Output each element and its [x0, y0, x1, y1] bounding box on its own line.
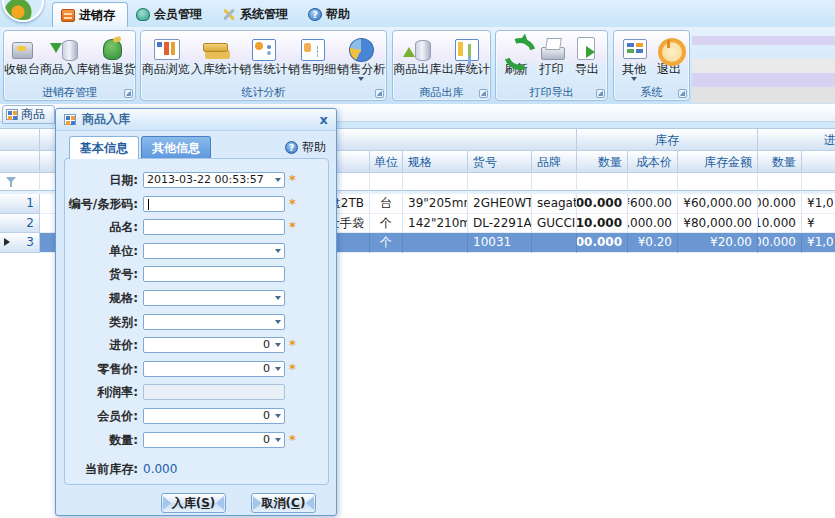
sales-detail-button[interactable]: 销售明细 [288, 33, 336, 76]
cell-amount[interactable]: ¥80,000.00 [678, 214, 758, 234]
filter-cell-qty2[interactable] [758, 173, 802, 191]
cell-sku[interactable]: 10031 [468, 233, 532, 253]
app-tab-member[interactable]: 会员管理 [128, 2, 214, 27]
app-tab-help[interactable]: 帮助 [300, 2, 362, 27]
col-header-spec[interactable]: 规格 [403, 151, 468, 173]
doc-tab-goods-stock[interactable]: 商品 [2, 105, 55, 124]
col-header-cut[interactable] [802, 151, 835, 173]
retail-price-field[interactable]: 0 [143, 361, 285, 377]
cell-cost[interactable]: ¥8,000.00 [628, 214, 678, 234]
cell-qty2[interactable]: 100.000 [758, 194, 802, 214]
app-tab-system[interactable]: 系统管理 [214, 2, 300, 27]
cell-brand[interactable]: GUCCI [532, 214, 577, 234]
chevron-down-icon[interactable] [275, 438, 281, 445]
code-field[interactable] [143, 196, 285, 212]
cell-qty[interactable]: 10.000 [577, 214, 628, 234]
chevron-down-icon[interactable] [275, 414, 281, 421]
unit-field[interactable] [143, 243, 285, 259]
name-field[interactable] [143, 219, 285, 235]
filter-row-header[interactable] [0, 173, 40, 191]
cell-qty[interactable]: 100.000 [577, 194, 628, 214]
col-header-cost[interactable]: 成本价 [628, 151, 678, 173]
quantity-field[interactable]: 0 [143, 432, 285, 448]
close-icon[interactable]: x [320, 113, 328, 127]
sales-analysis-button[interactable]: 销售分析 [337, 33, 385, 84]
stock-in-stats-button[interactable]: 入库统计 [191, 33, 239, 76]
col-header-sku[interactable]: 货号 [468, 151, 532, 173]
goods-stock-in-button[interactable]: 商品入库 [40, 33, 88, 76]
refresh-button[interactable]: 刷新 [501, 33, 531, 76]
app-tab-jxc[interactable]: 进销存 [52, 2, 128, 27]
filter-cell-cost[interactable] [628, 173, 678, 191]
exit-button[interactable]: 退出 [654, 33, 684, 76]
spec-field[interactable] [143, 290, 285, 306]
row-header[interactable]: 2 [0, 214, 40, 234]
tab-other-info[interactable]: 其他信息 [141, 136, 211, 159]
chevron-down-icon[interactable] [275, 320, 281, 327]
cell-sku[interactable]: DL-2291A [468, 214, 532, 234]
col-header-amount[interactable]: 库存金额 [678, 151, 758, 173]
chevron-down-icon[interactable] [275, 367, 281, 374]
cell-qty[interactable]: 100.000 [577, 233, 628, 253]
purchase-price-field[interactable]: 0 [143, 337, 285, 353]
stock-out-stats-button[interactable]: 出库统计 [442, 33, 490, 76]
cell-cost[interactable]: ¥0.20 [628, 233, 678, 253]
dialog-titlebar[interactable]: 商品入库 x [56, 109, 336, 131]
goods-browse-button[interactable]: 商品浏览 [142, 33, 190, 76]
cancel-button[interactable]: 取消(C) [251, 493, 316, 513]
filter-cell-qty[interactable] [577, 173, 628, 191]
row-header[interactable]: 1 [0, 194, 40, 214]
col-header-brand[interactable]: 品牌 [532, 151, 577, 173]
filter-cell-sku[interactable] [468, 173, 532, 191]
chevron-down-icon[interactable] [275, 249, 281, 256]
dialog-launcher-icon[interactable] [678, 89, 687, 98]
cell-spec[interactable] [403, 233, 468, 253]
cell-brand[interactable]: seagate [532, 194, 577, 214]
filter-cell-unit[interactable] [370, 173, 403, 191]
dialog-launcher-icon[interactable] [479, 89, 488, 98]
col-header-qty[interactable]: 数量 [577, 151, 628, 173]
cell-cut[interactable]: ¥1,0 [802, 233, 835, 253]
other-button[interactable]: 其他 [619, 33, 649, 84]
cell-spec[interactable]: 142"210mm [403, 214, 468, 234]
group-header-purchase[interactable]: 进 [758, 129, 835, 151]
cell-sku[interactable]: 2GHE0WTZ [468, 194, 532, 214]
cell-cost[interactable]: ¥600.00 [628, 194, 678, 214]
print-button[interactable]: 打印 [537, 33, 567, 76]
cell-cut[interactable]: ¥1,0 [802, 194, 835, 214]
cell-amount[interactable]: ¥60,000.00 [678, 194, 758, 214]
col-header-unit[interactable]: 单位 [370, 151, 403, 173]
filter-cell-brand[interactable] [532, 173, 577, 191]
cell-qty2[interactable]: 10.000 [758, 214, 802, 234]
cell-unit[interactable]: 台 [370, 194, 403, 214]
stock-in-button[interactable]: 入库(S) [161, 493, 226, 513]
row-header[interactable]: 3 [0, 233, 40, 253]
group-header-stock[interactable]: 库存 [577, 129, 758, 151]
dialog-launcher-icon[interactable] [124, 89, 133, 98]
dialog-launcher-icon[interactable] [375, 89, 384, 98]
date-field[interactable]: 2013-03-22 00:53:57 [143, 172, 285, 188]
cell-amount[interactable]: ¥20.00 [678, 233, 758, 253]
sku-field[interactable] [143, 266, 285, 282]
filter-cell-spec[interactable] [403, 173, 468, 191]
sales-stats-button[interactable]: 销售统计 [239, 33, 287, 76]
cell-cut[interactable]: ¥ [802, 214, 835, 234]
member-price-field[interactable]: 0 [143, 408, 285, 424]
cell-unit[interactable]: 个 [370, 214, 403, 234]
filter-cell-cut[interactable] [802, 173, 835, 191]
export-button[interactable]: 导出 [572, 33, 602, 76]
cell-spec[interactable]: 39"205mm [403, 194, 468, 214]
filter-icon[interactable] [5, 176, 17, 188]
app-orb-button[interactable] [2, 0, 44, 22]
sales-return-button[interactable]: 销售退货 [88, 33, 136, 76]
cashier-button[interactable]: 收银台 [4, 33, 40, 76]
cell-brand[interactable] [532, 233, 577, 253]
goods-stock-out-button[interactable]: 商品出库 [393, 33, 441, 76]
dialog-launcher-icon[interactable] [596, 89, 605, 98]
chevron-down-icon[interactable] [275, 296, 281, 303]
tab-basic-info[interactable]: 基本信息 [69, 136, 139, 159]
help-link[interactable]: 帮助 [285, 139, 326, 156]
category-field[interactable] [143, 314, 285, 330]
chevron-down-icon[interactable] [275, 343, 281, 350]
chevron-down-icon[interactable] [275, 178, 281, 185]
